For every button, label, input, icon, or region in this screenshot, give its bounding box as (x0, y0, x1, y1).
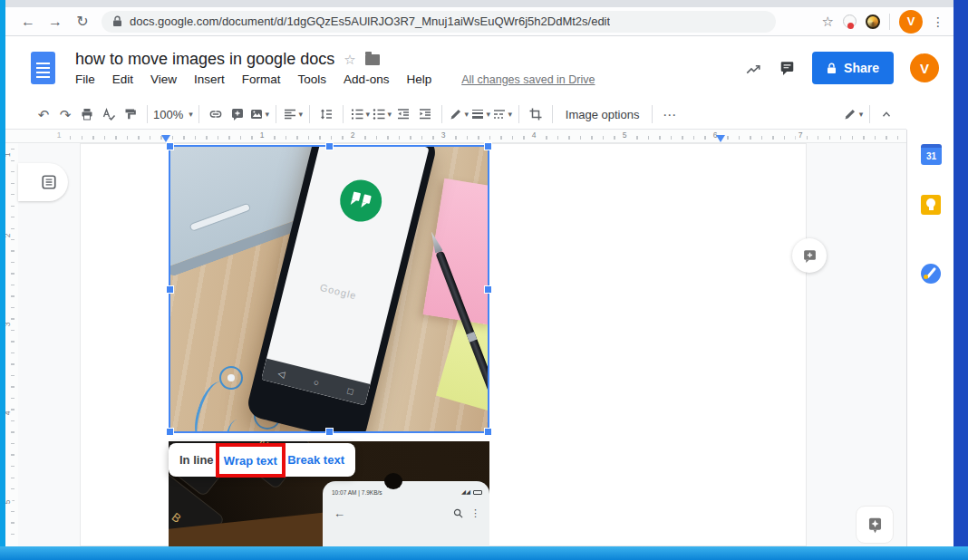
calendar-icon[interactable]: 31 (921, 144, 942, 165)
selected-image[interactable]: Google ◁ ○ □ (169, 145, 489, 433)
ruler-number: 3 (439, 130, 449, 140)
battery-icon (473, 490, 482, 495)
phone-more-icon: ⋮ (470, 507, 480, 519)
undo-icon[interactable]: ↶ (33, 102, 54, 126)
menu-tools[interactable]: Tools (298, 72, 327, 86)
chevron-down-icon: ▾ (465, 110, 469, 119)
add-comment-icon[interactable] (227, 102, 248, 126)
border-dash-icon[interactable]: ▾ (491, 102, 513, 126)
desktop-taskbar (0, 546, 968, 560)
resize-handle-s[interactable] (326, 429, 333, 435)
redo-icon[interactable]: ↷ (54, 102, 76, 126)
line-spacing-icon[interactable] (315, 102, 337, 126)
back-icon[interactable]: ← (15, 14, 42, 30)
keep-icon[interactable] (921, 195, 941, 215)
wrap-option-break-text[interactable]: Break text (287, 453, 344, 467)
phone-app-bar: ← ⋮ (334, 507, 480, 520)
resize-handle-ne[interactable] (485, 143, 491, 150)
document-canvas[interactable]: 1 1 2 3 4 5 6 7 1 2 (5, 130, 906, 546)
explore-button[interactable] (856, 506, 894, 544)
menu-view[interactable]: View (150, 72, 177, 86)
share-button[interactable]: Share (812, 52, 894, 84)
menu-bar: File Edit View Insert Format Tools Add-o… (75, 72, 595, 86)
wrap-option-inline[interactable]: In line (179, 453, 214, 467)
align-icon[interactable]: ▾ (282, 102, 304, 126)
insights-icon[interactable] (744, 60, 762, 76)
ruler-ticks (59, 136, 901, 140)
menu-edit[interactable]: Edit (112, 72, 133, 86)
editing-mode-icon[interactable]: ▾ (842, 102, 864, 126)
save-status[interactable]: All changes saved in Drive (461, 73, 595, 86)
show-outline-button[interactable] (18, 163, 68, 201)
wrap-option-wrap-text[interactable]: Wrap text (224, 454, 277, 468)
browser-profile-avatar[interactable]: V (899, 10, 923, 34)
border-weight-icon[interactable]: ▾ (469, 102, 491, 126)
horizontal-ruler[interactable]: 1 1 2 3 4 5 6 7 (5, 130, 906, 143)
title-block: how to move images in google docs ☆ File… (75, 50, 595, 86)
browser-toolbar: ← → ↻ docs.google.com/document/d/1dgGQzE… (5, 7, 953, 36)
resize-handle-n[interactable] (326, 143, 333, 150)
address-bar[interactable]: docs.google.com/document/d/1dgGQzEs5AUlR… (102, 11, 776, 33)
docs-header: how to move images in google docs ☆ File… (5, 36, 953, 100)
menu-format[interactable]: Format (242, 72, 281, 86)
url-text[interactable]: docs.google.com/document/d/1dgGQzEs5AUlR… (130, 14, 610, 28)
border-color-icon[interactable]: ▾ (448, 102, 469, 126)
zoom-select[interactable]: 100%▾ (153, 102, 193, 126)
resize-handle-se[interactable] (485, 429, 491, 435)
menu-help[interactable]: Help (406, 72, 431, 86)
profile-avatar[interactable]: V (910, 53, 939, 82)
add-comment-fab[interactable] (792, 238, 827, 273)
crop-icon[interactable] (525, 102, 547, 126)
reload-icon[interactable]: ↻ (69, 13, 96, 30)
extension-icon-2[interactable] (866, 14, 880, 29)
desktop-edge-left (0, 0, 5, 546)
collapse-toolbar-icon[interactable] (876, 102, 897, 126)
image-options-button[interactable]: Image options (558, 102, 647, 126)
resize-handle-sw[interactable] (167, 429, 173, 435)
right-indent-marker[interactable] (716, 135, 725, 142)
phone-back-arrow-icon: ← (334, 507, 345, 520)
star-document-icon[interactable]: ☆ (344, 52, 355, 68)
insert-image-icon[interactable]: ▾ (248, 102, 270, 126)
bookmark-star-icon[interactable]: ☆ (822, 14, 834, 30)
ruler-number: 7 (796, 130, 806, 140)
paint-format-icon[interactable] (120, 102, 141, 126)
left-indent-marker[interactable] (161, 135, 170, 142)
extension-icon-1[interactable] (843, 14, 857, 28)
forward-icon[interactable]: → (42, 14, 69, 30)
increase-indent-icon[interactable] (414, 102, 436, 126)
tasks-icon[interactable] (921, 264, 941, 284)
vertical-ruler[interactable]: 1 2 3 4 5 (5, 143, 18, 546)
ruler-ticks (11, 149, 15, 543)
docs-logo-icon[interactable] (31, 52, 55, 84)
decrease-indent-icon[interactable] (392, 102, 414, 126)
docs-toolbar: ↶ ↷ 100%▾ ▾ ▾ ▾ ▾ (5, 100, 906, 130)
move-folder-icon[interactable] (365, 54, 380, 65)
menu-insert[interactable]: Insert (194, 72, 225, 86)
print-icon[interactable] (76, 102, 98, 126)
browser-menu-icon[interactable]: ⋮ (932, 14, 944, 29)
resize-handle-nw[interactable] (167, 143, 173, 150)
ruler-number: 2 (348, 130, 358, 140)
laptop-slot (189, 203, 251, 232)
divider (889, 14, 890, 30)
more-options-icon[interactable]: ⋯ (658, 102, 680, 126)
insert-link-icon[interactable] (205, 102, 227, 126)
resize-handle-e[interactable] (485, 286, 491, 293)
resize-handle-w[interactable] (167, 286, 173, 293)
menu-file[interactable]: File (75, 72, 95, 86)
ruler-number: 1 (257, 130, 267, 140)
comment-history-icon[interactable] (779, 60, 796, 76)
numbered-list-icon[interactable]: ▾ (349, 102, 371, 126)
ruler-number: 3 (5, 323, 12, 327)
chevron-down-icon: ▾ (366, 110, 371, 119)
spellcheck-icon[interactable] (98, 102, 120, 126)
comment-plus-icon (802, 248, 818, 264)
document-title[interactable]: how to move images in google docs (75, 50, 334, 69)
desktop-edge-right (953, 0, 968, 546)
bulleted-list-icon[interactable]: ▾ (371, 102, 392, 126)
status-text: 10:07 AM | 7.9KB/s (332, 489, 382, 496)
menu-addons[interactable]: Add-ons (344, 72, 389, 86)
ruler-number: 5 (620, 130, 630, 140)
phone-screen-2: 10:07 AM | 7.9KB/s ◢◢ ← ⋮ (323, 481, 489, 546)
